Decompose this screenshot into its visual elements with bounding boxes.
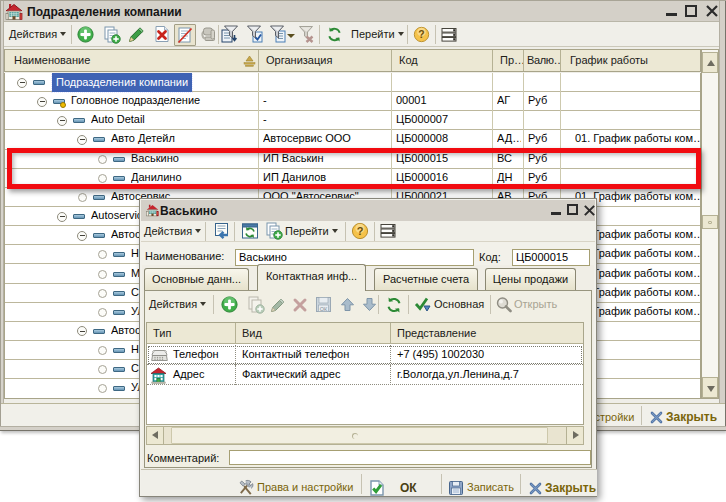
svg-text:ОК: ОК — [320, 306, 328, 312]
svg-text:?: ? — [418, 29, 424, 40]
svg-text:?: ? — [357, 225, 364, 237]
